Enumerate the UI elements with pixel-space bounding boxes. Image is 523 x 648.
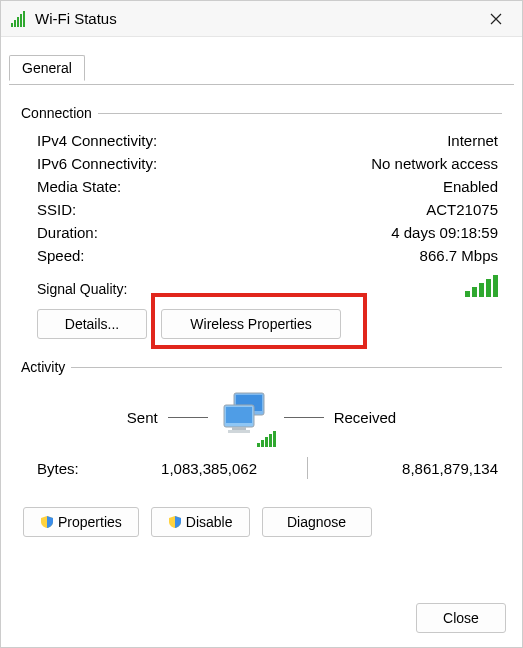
speed-value: 866.7 Mbps <box>420 247 498 264</box>
bytes-sent-value: 1,083,385,062 <box>117 460 257 477</box>
ssid-value: ACT21075 <box>426 201 498 218</box>
group-activity-label: Activity <box>21 359 65 375</box>
wifi-status-window: Wi-Fi Status General Connection IPv4 Con… <box>0 0 523 648</box>
monitors-icon <box>218 389 274 445</box>
group-connection: Connection <box>21 105 502 121</box>
speed-label: Speed: <box>37 247 85 264</box>
tab-general[interactable]: General <box>9 55 85 81</box>
activity-row: Sent Rece <box>21 383 502 451</box>
ipv6-label: IPv6 Connectivity: <box>37 155 157 172</box>
properties-button-label: Properties <box>58 514 122 530</box>
media-state-label: Media State: <box>37 178 121 195</box>
close-button[interactable]: Close <box>416 603 506 633</box>
bytes-received-value: 8,861,879,134 <box>358 460 498 477</box>
diagnose-button[interactable]: Diagnose <box>262 507 372 537</box>
content-area: Connection IPv4 Connectivity:Internet IP… <box>1 85 522 589</box>
ipv4-value: Internet <box>447 132 498 149</box>
shield-icon <box>40 515 54 529</box>
window-title: Wi-Fi Status <box>35 10 474 27</box>
shield-icon <box>168 515 182 529</box>
received-label: Received <box>334 409 397 426</box>
wifi-icon <box>11 11 27 27</box>
bytes-separator <box>307 457 308 479</box>
svg-rect-4 <box>232 427 246 430</box>
signal-quality-label: Signal Quality: <box>37 281 127 297</box>
ssid-label: SSID: <box>37 201 76 218</box>
bytes-label: Bytes: <box>37 460 117 477</box>
disable-button[interactable]: Disable <box>151 507 250 537</box>
disable-button-label: Disable <box>186 514 233 530</box>
media-state-value: Enabled <box>443 178 498 195</box>
wireless-properties-button[interactable]: Wireless Properties <box>161 309 341 339</box>
properties-button[interactable]: Properties <box>23 507 139 537</box>
sent-label: Sent <box>127 409 158 426</box>
group-activity: Activity <box>21 359 502 375</box>
close-icon[interactable] <box>474 4 518 34</box>
signal-bars-icon <box>465 273 498 297</box>
duration-value: 4 days 09:18:59 <box>391 224 498 241</box>
tab-strip: General <box>1 55 522 85</box>
titlebar: Wi-Fi Status <box>1 1 522 37</box>
svg-rect-5 <box>228 430 250 433</box>
ipv6-value: No network access <box>371 155 498 172</box>
duration-label: Duration: <box>37 224 98 241</box>
svg-rect-3 <box>226 407 252 423</box>
connection-fields: IPv4 Connectivity:Internet IPv6 Connecti… <box>21 129 502 299</box>
footer: Close <box>1 589 522 647</box>
details-button[interactable]: Details... <box>37 309 147 339</box>
group-connection-label: Connection <box>21 105 92 121</box>
ipv4-label: IPv4 Connectivity: <box>37 132 157 149</box>
